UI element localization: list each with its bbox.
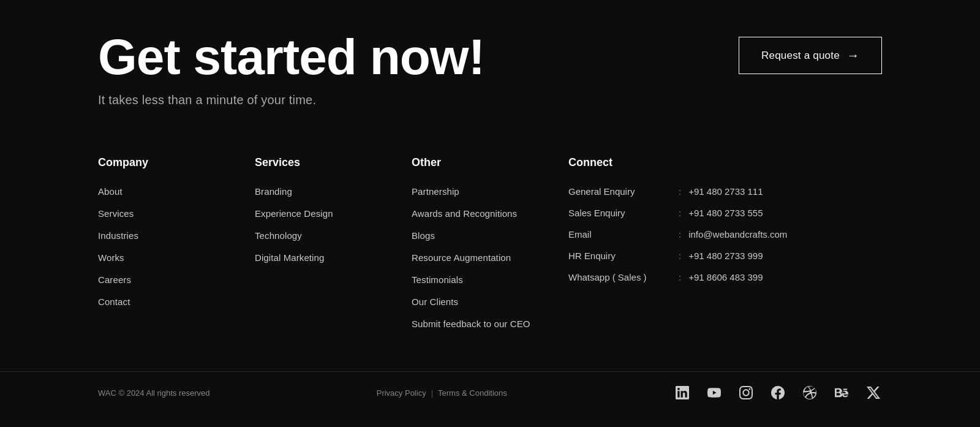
connect-table: General Enquiry : +91 480 2733 111 Sales… [568, 186, 882, 282]
company-column: Company About Services Industries Works … [98, 156, 255, 341]
instagram-icon[interactable] [737, 384, 755, 401]
services-heading: Services [255, 156, 412, 169]
works-link[interactable]: Works [98, 252, 124, 263]
privacy-policy-link[interactable]: Privacy Policy [377, 388, 426, 398]
resource-augmentation-link[interactable]: Resource Augmentation [412, 252, 511, 263]
testimonials-link[interactable]: Testimonials [412, 274, 463, 285]
list-item: Branding [255, 186, 412, 197]
sales-enquiry-label: Sales Enquiry [568, 208, 679, 218]
connect-row-sales: Sales Enquiry : +91 480 2733 555 [568, 208, 882, 218]
top-section: Get started now! It takes less than a mi… [0, 0, 980, 144]
request-quote-label: Request a quote [761, 50, 840, 62]
list-item: Works [98, 252, 255, 263]
list-item: Resource Augmentation [412, 252, 568, 263]
whatsapp-value: +91 8606 483 399 [688, 272, 763, 282]
branding-link[interactable]: Branding [255, 186, 292, 197]
company-heading: Company [98, 156, 255, 169]
linkedin-icon[interactable] [674, 384, 691, 401]
other-heading: Other [412, 156, 568, 169]
list-item: Industries [98, 230, 255, 241]
request-quote-button[interactable]: Request a quote → [739, 37, 882, 74]
footer-columns: Company About Services Industries Works … [0, 144, 980, 371]
connect-column: Connect General Enquiry : +91 480 2733 1… [568, 156, 882, 341]
connect-sep-2: : [679, 229, 681, 240]
social-icons [674, 384, 882, 401]
general-enquiry-label: General Enquiry [568, 186, 679, 197]
dribbble-icon[interactable] [801, 384, 818, 401]
awards-link[interactable]: Awards and Recognitions [412, 208, 517, 219]
sub-headline: It takes less than a minute of your time… [98, 93, 484, 107]
list-item: Blogs [412, 230, 568, 241]
list-item: Testimonials [412, 274, 568, 285]
behance-icon[interactable] [833, 384, 850, 401]
x-twitter-icon[interactable] [865, 384, 882, 401]
connect-sep-3: : [679, 251, 681, 261]
general-enquiry-value: +91 480 2733 111 [688, 186, 763, 197]
digital-marketing-link[interactable]: Digital Marketing [255, 252, 324, 263]
services-links: Branding Experience Design Technology Di… [255, 186, 412, 263]
blogs-link[interactable]: Blogs [412, 230, 435, 241]
careers-link[interactable]: Careers [98, 274, 131, 285]
hr-enquiry-label: HR Enquiry [568, 251, 679, 261]
list-item: Awards and Recognitions [412, 208, 568, 219]
list-item: Technology [255, 230, 412, 241]
list-item: Careers [98, 274, 255, 285]
list-item: Partnership [412, 186, 568, 197]
legal-separator: | [431, 388, 433, 398]
services-link[interactable]: Services [98, 208, 134, 219]
our-clients-link[interactable]: Our Clients [412, 297, 458, 307]
connect-row-hr: HR Enquiry : +91 480 2733 999 [568, 251, 882, 261]
connect-row-general: General Enquiry : +91 480 2733 111 [568, 186, 882, 197]
footer-bottom: WAC © 2024 All rights reserved Privacy P… [0, 371, 980, 414]
other-links: Partnership Awards and Recognitions Blog… [412, 186, 568, 330]
connect-row-email: Email : info@webandcrafts.com [568, 229, 882, 240]
footer-legal: Privacy Policy | Terms & Conditions [377, 388, 507, 398]
company-links: About Services Industries Works Careers … [98, 186, 255, 308]
facebook-icon[interactable] [769, 384, 786, 401]
arrow-icon: → [847, 48, 859, 62]
main-headline: Get started now! [98, 31, 484, 83]
about-link[interactable]: About [98, 186, 123, 197]
partnership-link[interactable]: Partnership [412, 186, 459, 197]
connect-heading: Connect [568, 156, 882, 169]
services-column: Services Branding Experience Design Tech… [255, 156, 412, 341]
list-item: Experience Design [255, 208, 412, 219]
hr-enquiry-value: +91 480 2733 999 [688, 251, 763, 261]
sales-enquiry-value: +91 480 2733 555 [688, 208, 763, 218]
list-item: Our Clients [412, 297, 568, 308]
technology-link[interactable]: Technology [255, 230, 302, 241]
whatsapp-label: Whatsapp ( Sales ) [568, 272, 679, 282]
email-label: Email [568, 229, 679, 240]
connect-row-whatsapp: Whatsapp ( Sales ) : +91 8606 483 399 [568, 272, 882, 282]
list-item: Contact [98, 297, 255, 308]
terms-conditions-link[interactable]: Terms & Conditions [438, 388, 507, 398]
headline-block: Get started now! It takes less than a mi… [98, 31, 484, 107]
contact-link[interactable]: Contact [98, 297, 130, 307]
list-item: About [98, 186, 255, 197]
other-column: Other Partnership Awards and Recognition… [412, 156, 568, 341]
list-item: Submit feedback to our CEO [412, 319, 568, 330]
connect-sep-0: : [679, 186, 681, 197]
email-value: info@webandcrafts.com [688, 229, 787, 240]
list-item: Services [98, 208, 255, 219]
copyright-text: WAC © 2024 All rights reserved [98, 388, 210, 398]
list-item: Digital Marketing [255, 252, 412, 263]
connect-sep-4: : [679, 272, 681, 282]
submit-feedback-link[interactable]: Submit feedback to our CEO [412, 319, 530, 329]
youtube-icon[interactable] [706, 384, 723, 401]
industries-link[interactable]: Industries [98, 230, 138, 241]
experience-design-link[interactable]: Experience Design [255, 208, 333, 219]
connect-sep-1: : [679, 208, 681, 218]
